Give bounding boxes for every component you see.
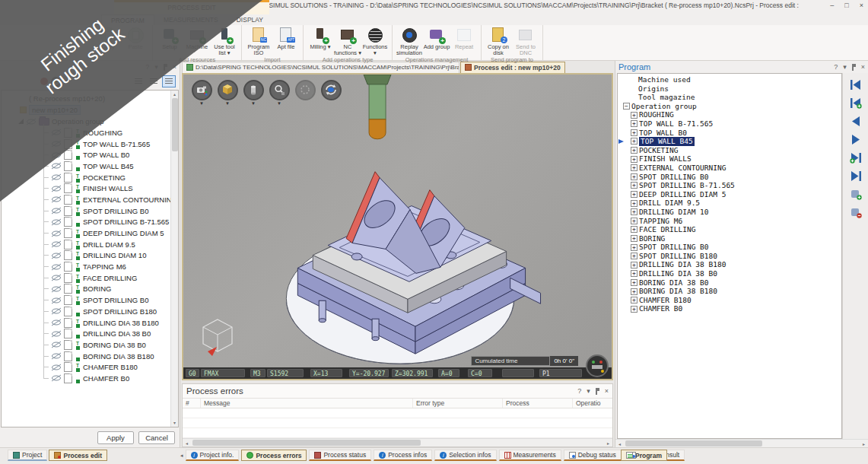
tree-item-operation[interactable]: CHAMFER B180: [2, 361, 178, 373]
program-operation-row[interactable]: + SPOT DRILLING B0: [618, 243, 841, 252]
zoom-button[interactable]: ▼: [269, 80, 290, 106]
visibility-off-icon[interactable]: [51, 230, 62, 237]
help-icon[interactable]: ?: [145, 62, 149, 72]
bottom-tab[interactable]: Project: [8, 450, 47, 461]
visibility-off-icon[interactable]: [51, 364, 62, 371]
visibility-off-icon[interactable]: [51, 252, 62, 259]
visibility-off-icon[interactable]: [51, 297, 62, 304]
scroll-right-icon[interactable]: ▸: [604, 440, 612, 446]
program-operation-row[interactable]: + DRILLING DIA 38 B180: [618, 260, 841, 269]
expand-box-icon[interactable]: −: [623, 103, 630, 110]
program-operation-row[interactable]: Origins: [618, 84, 841, 94]
bottom-tab[interactable]: Debug status: [564, 450, 622, 461]
tree-item-operation[interactable]: FINISH WALLS: [2, 183, 178, 194]
tree-operation-group[interactable]: Operation group: [2, 116, 178, 127]
refresh-view-button[interactable]: [320, 80, 342, 106]
orientation-cube-icon[interactable]: [200, 318, 235, 358]
program-operation-row[interactable]: + BORING DIA 38 B180: [618, 287, 841, 296]
help-icon[interactable]: ?: [834, 62, 838, 72]
list-view-medium-button[interactable]: [147, 75, 161, 87]
apply-button[interactable]: Apply: [97, 431, 134, 444]
visibility-off-icon[interactable]: [51, 162, 62, 170]
dropdown-arrow-icon[interactable]: ▼: [277, 101, 281, 106]
cancel-button[interactable]: Cancel: [138, 431, 175, 444]
program-horizontal-scrollbar[interactable]: ◂ ▸: [615, 439, 868, 447]
close-button[interactable]: ×: [860, 0, 863, 11]
ribbon-button[interactable]: Send to DNC: [512, 27, 539, 56]
expand-box-icon[interactable]: +: [631, 288, 637, 295]
dropdown-arrow-icon[interactable]: ▼: [199, 101, 204, 106]
tree-item-operation[interactable]: CHAMFER B0: [2, 373, 178, 384]
expander-icon[interactable]: [18, 119, 24, 124]
add-selection-icon[interactable]: [849, 189, 863, 200]
visibility-off-icon[interactable]: [51, 319, 62, 326]
tool-display-button[interactable]: ▼: [243, 80, 264, 106]
errors-horizontal-scrollbar[interactable]: ◂ ▸: [183, 438, 612, 447]
visibility-off-icon[interactable]: [51, 330, 62, 338]
tree-item-operation[interactable]: DRILL DIAM 9.5: [2, 239, 178, 250]
expand-box-icon[interactable]: +: [631, 147, 637, 154]
visibility-off-icon[interactable]: [51, 218, 62, 226]
bottom-tab[interactable]: Process edit: [49, 450, 107, 461]
scroll-left-icon[interactable]: ◂: [183, 440, 191, 446]
scrollbar-thumb[interactable]: [625, 440, 762, 447]
ribbon-button[interactable]: Program ISO: [245, 27, 272, 56]
expand-box-icon[interactable]: +: [631, 208, 637, 215]
close-icon[interactable]: ×: [605, 386, 609, 396]
tree-item-operation[interactable]: SPOT DRILLING B0: [2, 294, 178, 306]
visibility-off-icon[interactable]: [51, 263, 62, 271]
program-operation-row[interactable]: Tool magazine: [618, 93, 841, 102]
column-header[interactable]: Process: [503, 399, 573, 408]
ribbon-button[interactable]: Apt file: [272, 27, 300, 50]
scroll-left-icon[interactable]: ◂: [615, 441, 624, 447]
ribbon-button[interactable]: Setup: [156, 27, 183, 50]
program-operation-row[interactable]: + SPOT DRILLING B-71.565: [618, 181, 841, 190]
program-operation-row[interactable]: + CHAMFER B180: [618, 296, 841, 305]
close-icon[interactable]: ×: [861, 62, 865, 72]
minimize-button[interactable]: –: [830, 0, 834, 11]
column-header[interactable]: #: [183, 399, 201, 408]
expand-box-icon[interactable]: +: [631, 253, 637, 259]
scrollbar-thumb[interactable]: [172, 98, 178, 151]
ribbon-button[interactable]: Repeat: [450, 27, 478, 50]
expand-box-icon[interactable]: +: [631, 129, 637, 136]
bottom-tab[interactable]: Selection infos: [434, 450, 496, 461]
visibility-off-icon[interactable]: [51, 341, 62, 348]
chevron-down-icon[interactable]: ▾: [843, 62, 847, 72]
tree-item-operation[interactable]: DRILLING DIA 38 B180: [2, 317, 178, 329]
visibility-off-icon[interactable]: [51, 195, 62, 203]
restore-button[interactable]: □: [844, 0, 848, 11]
tree-item-operation[interactable]: BORING: [2, 284, 178, 295]
expand-box-icon[interactable]: +: [631, 120, 637, 127]
program-operation-row[interactable]: + DRILL DIAM 9.5: [618, 199, 841, 208]
visibility-off-icon[interactable]: [51, 207, 62, 215]
program-operation-row[interactable]: + CHAMFER B0: [618, 304, 841, 313]
expand-box-icon[interactable]: +: [631, 262, 637, 269]
bottom-tab[interactable]: Process errors: [241, 450, 307, 461]
ribbon-button[interactable]: Add group: [423, 27, 450, 50]
ribbon-button[interactable]: Use tool list ▾: [211, 27, 238, 56]
ribbon-button[interactable]: Paste: [122, 27, 149, 50]
expand-box-icon[interactable]: +: [631, 297, 637, 304]
visibility-off-icon[interactable]: [51, 185, 62, 192]
column-header[interactable]: Operatio: [573, 399, 612, 408]
go-first-icon[interactable]: [849, 79, 863, 91]
visibility-off-icon[interactable]: [51, 151, 62, 159]
program-operation-row[interactable]: + SPOT DRILLING B0: [618, 173, 841, 182]
tree-item-operation[interactable]: DEEP DRILLING DIAM 5: [2, 227, 178, 239]
expand-box-icon[interactable]: +: [631, 218, 637, 224]
solid-view-button[interactable]: ▼: [217, 80, 238, 106]
tree-item-operation[interactable]: TOP WALL B45: [2, 160, 178, 172]
ribbon-button[interactable]: NC functions ▾: [334, 27, 361, 56]
expand-box-icon[interactable]: +: [631, 138, 637, 145]
record-icon[interactable]: [40, 78, 48, 85]
program-operation-row[interactable]: + FINISH WALLS: [618, 154, 841, 164]
go-first-add-icon[interactable]: [849, 97, 863, 109]
machine-state-icon[interactable]: [586, 354, 609, 377]
ribbon-button[interactable]: Functions ▾: [361, 27, 389, 56]
tree-item-operation[interactable]: BORING DIA 38 B180: [2, 351, 178, 362]
pin-icon[interactable]: [596, 388, 599, 395]
program-operation-row[interactable]: + ROUGHING: [618, 110, 841, 119]
remove-selection-icon[interactable]: [849, 207, 863, 218]
ribbon-button[interactable]: Replay simulation: [396, 27, 423, 56]
